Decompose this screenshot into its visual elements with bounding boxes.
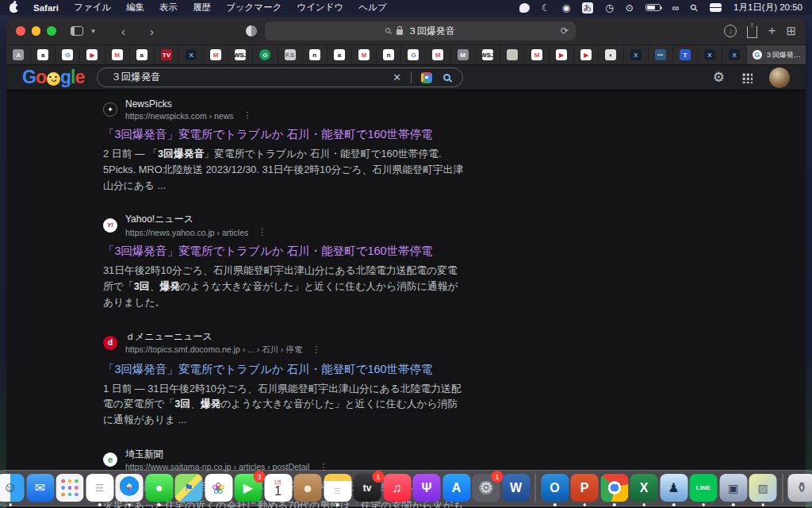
result-title-link[interactable]: 「3回爆発音」変電所でトラブルか 石川・能登町で160世帯停電 xyxy=(103,362,482,377)
sidebar-chevron-icon[interactable]: ▾ xyxy=(85,27,102,35)
menu-item-3[interactable]: 表示 xyxy=(159,2,178,13)
dock-contacts-icon[interactable]: ☻ xyxy=(294,474,322,502)
pinned-tab-notion[interactable]: n xyxy=(303,45,327,64)
menu-item-2[interactable]: 編集 xyxy=(126,2,144,13)
result-title-link[interactable]: 「3回爆発音」変電所でトラブルか 石川・能登町で160世帯停電 xyxy=(103,127,482,142)
pinned-tab-amazon[interactable]: a xyxy=(130,45,155,64)
dock-podcasts-icon[interactable]: Ψ xyxy=(413,474,441,502)
profile-avatar[interactable] xyxy=(769,67,790,88)
control-center-icon[interactable] xyxy=(710,3,722,12)
pinned-tab-x-twitter[interactable]: X xyxy=(179,45,204,64)
more-options-icon[interactable]: ⋮ xyxy=(243,110,252,121)
pinned-tab-gmail[interactable]: M xyxy=(426,45,450,64)
menu-item-4[interactable]: 履歴 xyxy=(193,2,211,13)
time-machine-icon[interactable]: ◷ xyxy=(605,2,613,13)
pinned-tab-wsj[interactable]: WSJ xyxy=(476,45,500,64)
pinned-tab-swirl-site[interactable]: ◐ xyxy=(599,45,623,64)
dock-camera-transfer-app-icon[interactable]: ▣ xyxy=(719,474,747,502)
pinned-tab-gmail[interactable]: M xyxy=(352,45,377,64)
google-apps-grid-icon[interactable] xyxy=(741,72,753,83)
pinned-tab-green-g[interactable]: G xyxy=(253,45,278,64)
menu-item-1[interactable]: ファイル xyxy=(74,2,111,13)
pinned-tab-google[interactable]: G xyxy=(401,45,426,64)
dock-kindle-icon[interactable]: ♟ xyxy=(660,474,688,502)
result-source-row[interactable]: e 埼玉新聞 https://www.saitama-np.co.jp › ar… xyxy=(103,448,482,472)
google-logo[interactable]: Gogle xyxy=(22,67,84,88)
menu-item-6[interactable]: ウインドウ xyxy=(297,2,343,13)
pinned-tab-gmail[interactable]: M xyxy=(204,45,228,64)
dock-excel-icon[interactable]: X xyxy=(630,474,658,502)
google-lens-icon[interactable] xyxy=(421,72,432,83)
zoom-window-button[interactable] xyxy=(47,26,56,36)
back-button[interactable]: ‹ xyxy=(115,25,132,38)
focus-moon-icon[interactable]: ☾ xyxy=(542,2,550,13)
pinned-tab-blue-dots-site[interactable]: ⋯ xyxy=(649,45,673,64)
ime-japanese-icon[interactable]: あ xyxy=(582,2,593,13)
result-source-row[interactable]: Y! Yahoo!ニュース https://news.yahoo.co.jp ›… xyxy=(103,213,482,237)
dock-photos-icon[interactable]: ❀ xyxy=(205,474,232,502)
menu-item-safari[interactable]: Safari xyxy=(33,3,59,13)
downloads-button[interactable]: ↓ xyxy=(724,25,737,37)
pinned-tab-tver[interactable]: TV xyxy=(155,45,179,64)
pinned-tab-youtube[interactable]: ▶ xyxy=(550,45,574,64)
pinned-tab-gmail[interactable]: M xyxy=(105,45,130,64)
result-source-row[interactable]: ✦ NewsPicks https://newspicks.com › news… xyxy=(103,98,482,121)
reload-button[interactable]: ⟳ xyxy=(561,25,569,37)
pinned-tab-fs-site[interactable]: F.S xyxy=(278,45,303,64)
pinned-tab-gmail[interactable]: M xyxy=(525,45,550,64)
dock-calendar-icon[interactable]: 1月1 xyxy=(264,474,292,502)
more-options-icon[interactable]: ⋮ xyxy=(312,344,320,355)
menu-item-7[interactable]: ヘルプ xyxy=(358,2,386,13)
active-tab[interactable]: G３回爆発… xyxy=(747,45,806,64)
pinned-tab-x-twitter[interactable]: X xyxy=(698,45,722,64)
pinned-tab-medium-gray-m[interactable]: M xyxy=(451,45,476,64)
dock-maps-icon[interactable]: ⚑ xyxy=(175,474,203,502)
pinned-tab-amazon[interactable]: a xyxy=(31,45,56,64)
dock-reminders-icon[interactable]: ☰ xyxy=(86,474,113,502)
clear-search-icon[interactable]: ✕ xyxy=(393,71,401,83)
share-button[interactable] xyxy=(747,26,757,38)
dock-apple-tv-icon[interactable]: tv1 xyxy=(354,474,381,502)
google-search-box[interactable]: ３回爆発音 ✕ xyxy=(97,67,463,87)
dock-powerpoint-icon[interactable]: P xyxy=(571,474,599,502)
dock-outlook-icon[interactable]: O xyxy=(541,474,569,502)
dock-photo-utility-app-icon[interactable]: ▨ xyxy=(749,474,777,502)
close-window-button[interactable] xyxy=(16,26,25,36)
minimize-window-button[interactable] xyxy=(32,26,41,36)
pinned-tab-youtube[interactable]: ▶ xyxy=(80,45,105,64)
tab-overview-button[interactable]: ⊞ xyxy=(786,24,796,38)
dock-music-icon[interactable]: ♫ xyxy=(383,474,411,502)
battery-icon[interactable] xyxy=(645,4,661,12)
pinned-tab-youtube[interactable]: ▶ xyxy=(574,45,599,64)
autoplay-icon[interactable]: ◉ xyxy=(562,2,570,13)
pinned-tab-notion[interactable]: n xyxy=(377,45,401,64)
search-query-text[interactable]: ３回爆発音 xyxy=(108,71,393,84)
pinned-tab-gray-a[interactable]: A xyxy=(6,45,31,64)
dock-trash-icon[interactable]: ⚱ xyxy=(788,474,812,502)
pinned-tab-google[interactable]: G xyxy=(56,45,80,64)
menubar-clock[interactable]: 1月1日(月) 20:50 xyxy=(733,2,802,13)
dock-facetime-icon[interactable]: ▶3 xyxy=(235,474,262,502)
dock-chrome-icon[interactable] xyxy=(600,474,628,502)
dock-word-icon[interactable]: W xyxy=(502,474,530,502)
new-tab-button[interactable]: + xyxy=(768,23,776,39)
settings-gear-icon[interactable]: ⚙ xyxy=(713,69,725,86)
menu-item-5[interactable]: ブックマーク xyxy=(226,2,282,13)
handoff-link-icon[interactable]: ∞ xyxy=(672,2,680,13)
pinned-tab-x-twitter[interactable]: X xyxy=(722,45,747,64)
spotlight-search-icon[interactable]: ⚲ xyxy=(688,1,701,13)
pinned-tab-amazon[interactable]: a xyxy=(327,45,352,64)
address-bar[interactable]: ⚲ ３回爆発音 ⟳ xyxy=(265,21,576,40)
dock-messages-icon[interactable]: ● xyxy=(145,474,173,502)
dock-mail-icon[interactable]: ✉ xyxy=(26,474,54,502)
pinned-tab-photo-thumb[interactable] xyxy=(500,45,525,64)
pinned-tab-t-blue-site[interactable]: T xyxy=(673,45,698,64)
line-status-icon[interactable] xyxy=(519,3,530,13)
forward-button[interactable]: › xyxy=(144,25,161,38)
search-submit-icon[interactable] xyxy=(443,74,450,81)
dock-system-settings-icon[interactable]: ⚙1 xyxy=(473,474,500,502)
result-source-row[interactable]: d ｄメニューニュース https://topics.smt.docomo.ne… xyxy=(103,330,482,356)
dock-notes-icon[interactable]: ☰ xyxy=(324,474,351,502)
result-title-link[interactable]: 「3回爆発音」変電所でトラブルか 石川・能登町で160世帯停電 xyxy=(103,244,482,259)
apple-menu-icon[interactable] xyxy=(10,3,18,13)
